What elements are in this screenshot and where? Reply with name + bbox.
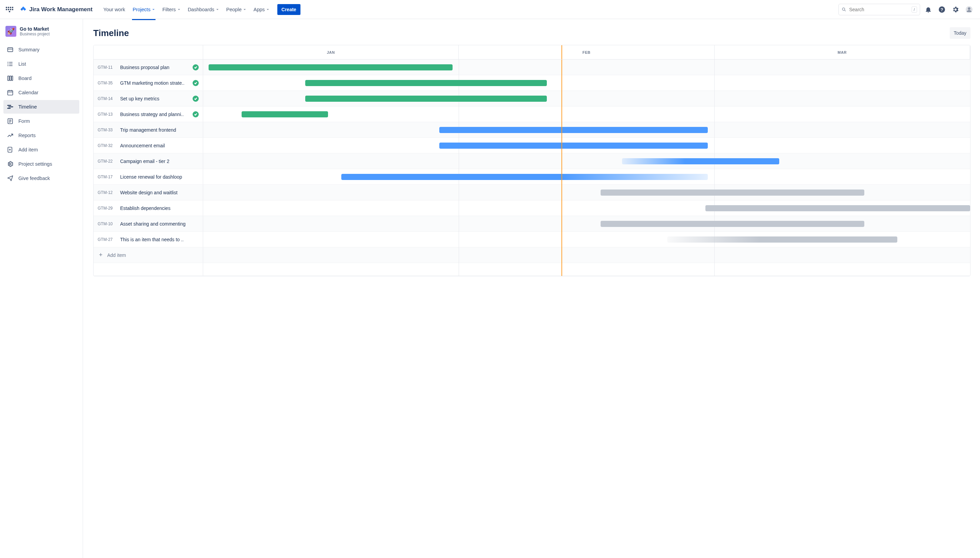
issue-key[interactable]: GTM-10	[98, 222, 117, 226]
sidebar-item-label: Form	[18, 118, 30, 124]
month-header: JAN	[203, 45, 459, 59]
issue-summary[interactable]: Asset sharing and commenting	[120, 221, 199, 226]
timeline-bar[interactable]	[667, 236, 897, 243]
timeline-row[interactable]: GTM-13Business strategy and planni..	[94, 107, 970, 122]
timeline-row-left: GTM-17License renewal for dashloop	[94, 169, 203, 184]
timeline-row[interactable]: GTM-32Announcement email	[94, 138, 970, 153]
issue-summary[interactable]: License renewal for dashloop	[120, 174, 199, 180]
issue-key[interactable]: GTM-12	[98, 190, 117, 195]
sidebar-item-calendar[interactable]: Calendar	[3, 86, 79, 99]
timeline-row[interactable]: GTM-14Set up key metrics	[94, 91, 970, 107]
form-icon	[7, 118, 14, 125]
issue-key[interactable]: GTM-22	[98, 159, 117, 164]
issue-summary[interactable]: Business strategy and planni..	[120, 112, 189, 117]
create-button[interactable]: Create	[277, 4, 300, 15]
brand-logo[interactable]: Jira Work Management	[20, 6, 92, 13]
project-header[interactable]: 🚀 Go to Market Business project	[3, 25, 79, 41]
svg-rect-17	[8, 90, 13, 95]
timeline-bar[interactable]	[622, 158, 779, 164]
search-input[interactable]	[849, 7, 909, 12]
timeline-row-left: GTM-11Business proposal plan	[94, 59, 203, 75]
issue-summary[interactable]: This is an item that needs to ..	[120, 237, 199, 242]
search-box[interactable]: /	[839, 4, 920, 15]
settings-icon[interactable]	[950, 4, 961, 15]
nav-your-work[interactable]: Your work	[101, 5, 128, 14]
sidebar-item-label: Board	[18, 75, 32, 81]
timeline-bar[interactable]	[341, 174, 708, 180]
timeline-bar[interactable]	[241, 111, 328, 117]
issue-key[interactable]: GTM-33	[98, 128, 117, 132]
sidebar-item-board[interactable]: Board	[3, 71, 79, 85]
timeline-bar[interactable]	[208, 64, 453, 71]
sidebar-item-add-item[interactable]: Add item	[3, 143, 79, 156]
timeline-row[interactable]: GTM-12Website design and waitlist	[94, 185, 970, 200]
nav-apps-label: Apps	[253, 7, 265, 12]
project-settings-icon	[7, 161, 14, 167]
timeline-row-left: GTM-33Trip management frontend	[94, 122, 203, 138]
timeline-row-left: GTM-27This is an item that needs to ..	[94, 232, 203, 247]
sidebar-item-reports[interactable]: Reports	[3, 129, 79, 142]
timeline-bar[interactable]	[601, 221, 864, 227]
issue-summary[interactable]: Website design and waitlist	[120, 190, 199, 195]
notifications-icon[interactable]	[923, 4, 934, 15]
profile-avatar[interactable]	[964, 4, 975, 15]
issue-key[interactable]: GTM-17	[98, 174, 117, 179]
issue-summary[interactable]: Set up key metrics	[120, 96, 189, 102]
timeline-row[interactable]: GTM-22Campaign email - tier 2	[94, 153, 970, 169]
chevron-down-icon	[177, 8, 181, 11]
timeline-row-track	[203, 232, 970, 247]
nav-projects[interactable]: Projects	[130, 5, 158, 14]
issue-summary[interactable]: Establish dependencies	[120, 205, 199, 211]
svg-rect-15	[10, 76, 11, 80]
issue-key[interactable]: GTM-14	[98, 96, 117, 101]
timeline-row[interactable]: GTM-29Establish dependencies	[94, 200, 970, 216]
sidebar-item-form[interactable]: Form	[3, 114, 79, 128]
sidebar-item-summary[interactable]: Summary	[3, 43, 79, 56]
nav-dashboards[interactable]: Dashboards	[185, 5, 222, 14]
issue-key[interactable]: GTM-29	[98, 206, 117, 211]
timeline-row[interactable]: GTM-35GTM marketing motion strate..	[94, 75, 970, 91]
timeline-left-header	[94, 45, 203, 59]
issue-key[interactable]: GTM-13	[98, 112, 117, 117]
done-check-icon	[193, 95, 199, 102]
issue-summary[interactable]: GTM marketing motion strate..	[120, 80, 189, 86]
today-button[interactable]: Today	[950, 27, 970, 39]
timeline-bar[interactable]	[305, 80, 547, 86]
issue-summary[interactable]: Campaign email - tier 2	[120, 159, 199, 164]
timeline-bar[interactable]	[439, 143, 708, 149]
sidebar-item-label: List	[18, 61, 26, 67]
issue-summary[interactable]: Announcement email	[120, 143, 199, 148]
timeline-row[interactable]: GTM-10Asset sharing and commenting	[94, 216, 970, 232]
svg-rect-6	[8, 48, 13, 52]
nav-people[interactable]: People	[223, 5, 249, 14]
svg-point-31	[10, 163, 11, 165]
done-check-icon	[193, 80, 199, 86]
timeline-row-track	[203, 122, 970, 138]
sidebar-item-give-feedback[interactable]: Give feedback	[3, 171, 79, 185]
sidebar-item-timeline[interactable]: Timeline	[3, 100, 79, 114]
sidebar-item-project-settings[interactable]: Project settings	[3, 157, 79, 171]
timeline-row[interactable]: GTM-33Trip management frontend	[94, 122, 970, 138]
nav-filters[interactable]: Filters	[159, 5, 183, 14]
issue-key[interactable]: GTM-11	[98, 65, 117, 70]
sidebar-item-list[interactable]: List	[3, 57, 79, 71]
issue-key[interactable]: GTM-32	[98, 143, 117, 148]
timeline-bar[interactable]	[305, 95, 547, 102]
issue-key[interactable]: GTM-35	[98, 80, 117, 85]
timeline-row[interactable]: GTM-17License renewal for dashloop	[94, 169, 970, 185]
nav-apps[interactable]: Apps	[251, 5, 272, 14]
reports-icon	[7, 132, 14, 139]
timeline-bar[interactable]	[706, 205, 970, 211]
timeline-row[interactable]: GTM-11Business proposal plan	[94, 59, 970, 75]
issue-summary[interactable]: Trip management frontend	[120, 127, 199, 133]
app-switcher-icon[interactable]	[5, 5, 14, 14]
help-icon[interactable]: ?	[936, 4, 947, 15]
timeline-bar[interactable]	[601, 190, 864, 195]
add-item-row[interactable]: +Add item	[94, 247, 970, 263]
jira-logo-icon	[20, 6, 27, 13]
issue-key[interactable]: GTM-27	[98, 237, 117, 242]
timeline-bar[interactable]	[439, 127, 708, 133]
timeline-row[interactable]: GTM-27This is an item that needs to ..	[94, 232, 970, 247]
issue-summary[interactable]: Business proposal plan	[120, 65, 189, 70]
chevron-down-icon	[243, 8, 246, 11]
